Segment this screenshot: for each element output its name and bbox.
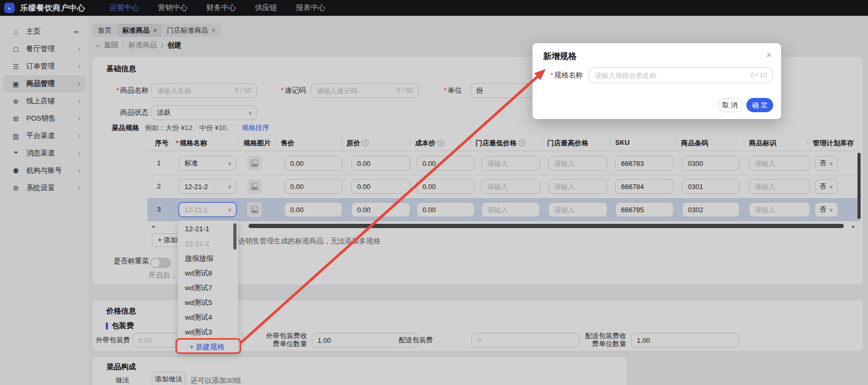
app-root: ◐ 乐檬餐饮商户中心 运营中心 营销中心 财务中心 供应链 报表中心 ⌂ 主页 … xyxy=(0,0,868,385)
char-counter: 0 / 10 xyxy=(751,72,767,79)
new-spec-modal: 新增规格 × *规格名称 0 / 10 取 消 确 定 xyxy=(532,43,781,119)
spec-name-modal-label: *规格名称 xyxy=(550,71,583,80)
spec-name-modal-input[interactable] xyxy=(595,72,747,80)
modal-title: 新增规格 xyxy=(543,51,577,62)
spec-name-modal-field[interactable]: 0 / 10 xyxy=(589,67,773,83)
close-icon[interactable]: × xyxy=(766,50,772,61)
confirm-button[interactable]: 确 定 xyxy=(746,98,773,112)
cancel-button[interactable]: 取 消 xyxy=(717,98,743,112)
